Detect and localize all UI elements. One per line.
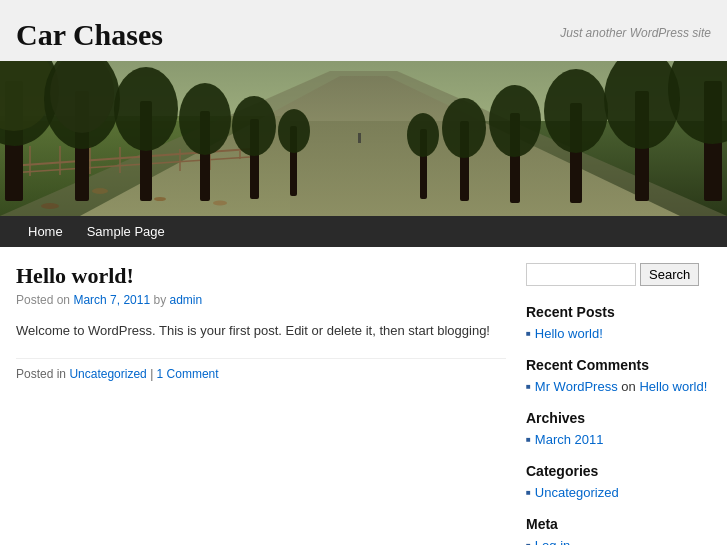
recent-comments-list: Mr WordPress on Hello world! (526, 379, 711, 394)
svg-point-45 (41, 203, 59, 209)
nav-item-sample[interactable]: Sample Page (75, 216, 177, 247)
recent-post-link-0[interactable]: Hello world! (535, 326, 603, 341)
meta-list: Log in Entries RSS Comments RSS WordPres… (526, 538, 711, 545)
main-content: Hello world! Posted on March 7, 2011 by … (16, 263, 506, 545)
svg-point-28 (278, 109, 310, 153)
post-footer-prefix: Posted in (16, 367, 66, 381)
archive-link-0[interactable]: March 2011 (535, 432, 604, 447)
post-by: by (153, 293, 169, 307)
post-meta-prefix: Posted on (16, 293, 70, 307)
post-comment-link[interactable]: 1 Comment (157, 367, 219, 381)
main-nav: Home Sample Page (0, 216, 727, 247)
comment-author-link[interactable]: Mr WordPress (535, 379, 618, 394)
search-input[interactable] (526, 263, 636, 286)
svg-point-44 (213, 201, 227, 206)
recent-posts-list: Hello world! (526, 326, 711, 341)
svg-point-36 (489, 85, 541, 157)
svg-point-22 (114, 67, 178, 151)
sidebar-archives: Archives March 2011 (526, 410, 711, 447)
post-title: Hello world! (16, 263, 506, 289)
site-title[interactable]: Car Chases (16, 18, 163, 51)
sidebar-categories: Categories Uncategorized (526, 463, 711, 500)
recent-comments-heading: Recent Comments (526, 357, 711, 373)
recent-posts-heading: Recent Posts (526, 304, 711, 320)
sidebar-recent-comments: Recent Comments Mr WordPress on Hello wo… (526, 357, 711, 394)
comment-post-link[interactable]: Hello world! (639, 379, 707, 394)
svg-point-24 (179, 83, 231, 155)
list-item: Hello world! (526, 326, 711, 341)
category-link-0[interactable]: Uncategorized (535, 485, 619, 500)
archives-heading: Archives (526, 410, 711, 426)
svg-point-38 (442, 98, 486, 158)
post-content: Welcome to WordPress. This is your first… (16, 321, 506, 342)
sidebar: Search Recent Posts Hello world! Recent … (526, 263, 711, 545)
post-article: Hello world! Posted on March 7, 2011 by … (16, 263, 506, 381)
sidebar-search: Search (526, 263, 711, 286)
sidebar-meta: Meta Log in Entries RSS Comments RSS Wor… (526, 516, 711, 545)
nav-link-home[interactable]: Home (16, 216, 75, 247)
nav-link-sample[interactable]: Sample Page (75, 216, 177, 247)
svg-rect-41 (358, 133, 361, 143)
comment-item-text: Mr WordPress on Hello world! (535, 379, 707, 394)
categories-list: Uncategorized (526, 485, 711, 500)
search-button[interactable]: Search (640, 263, 699, 286)
post-date-link[interactable]: March 7, 2011 (73, 293, 150, 307)
post-category-link[interactable]: Uncategorized (69, 367, 146, 381)
comment-on: on (621, 379, 639, 394)
svg-point-43 (154, 197, 166, 201)
list-item: Mr WordPress on Hello world! (526, 379, 711, 394)
post-author-link[interactable]: admin (169, 293, 202, 307)
site-header: Car Chases Just another WordPress site (0, 0, 727, 61)
list-item: March 2011 (526, 432, 711, 447)
meta-link-0[interactable]: Log in (535, 538, 570, 545)
svg-point-34 (544, 69, 608, 153)
sidebar-recent-posts: Recent Posts Hello world! (526, 304, 711, 341)
post-footer: Posted in Uncategorized | 1 Comment (16, 358, 506, 381)
site-description: Just another WordPress site (560, 18, 711, 40)
content-area: Hello world! Posted on March 7, 2011 by … (0, 247, 727, 545)
header-image (0, 61, 727, 216)
nav-item-home[interactable]: Home (16, 216, 75, 247)
categories-heading: Categories (526, 463, 711, 479)
list-item: Log in (526, 538, 711, 545)
svg-point-42 (92, 188, 108, 194)
svg-point-26 (232, 96, 276, 156)
post-meta: Posted on March 7, 2011 by admin (16, 293, 506, 307)
meta-heading: Meta (526, 516, 711, 532)
header-image-svg (0, 61, 727, 216)
archives-list: March 2011 (526, 432, 711, 447)
svg-point-40 (407, 113, 439, 157)
list-item: Uncategorized (526, 485, 711, 500)
